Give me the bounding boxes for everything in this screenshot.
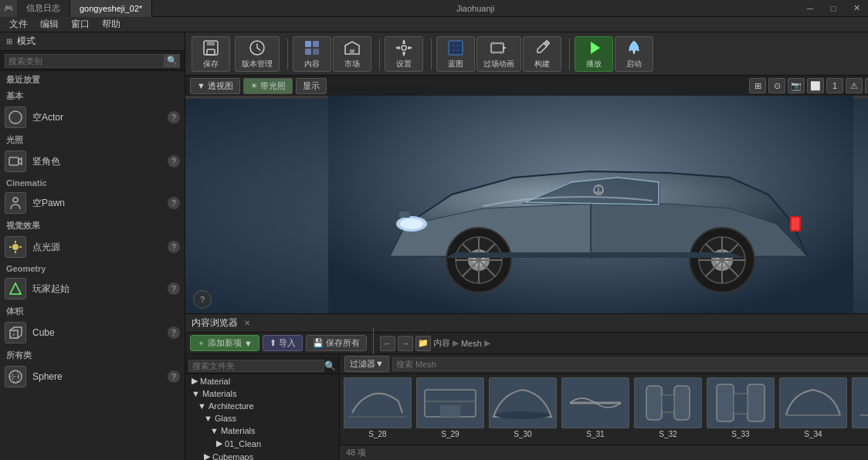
- panel-toggle-icon[interactable]: ⊞: [6, 37, 12, 46]
- asset-s31[interactable]: S_31: [561, 377, 630, 441]
- launch-button[interactable]: 启动: [615, 36, 653, 72]
- svg-point-36: [500, 51, 503, 54]
- actor-info-cube[interactable]: ?: [168, 326, 180, 339]
- vp-camera-btn[interactable]: 📷: [788, 78, 805, 93]
- section-basic: 基本: [0, 87, 185, 103]
- svg-point-72: [496, 411, 550, 419]
- asset-label-s28: S_28: [368, 430, 386, 438]
- actor-name-empty-pawn: 空Pawn: [32, 197, 168, 210]
- actor-item-empty-pawn[interactable]: 空Pawn ?: [0, 189, 185, 217]
- asset-label-s29: S_29: [441, 430, 459, 438]
- svg-point-3: [13, 198, 18, 202]
- viewport[interactable]: ▼ 透视图 ☀ 带光照 显示 ⊞ ⊙ 📷 ⬜ 1 ⚠: [185, 76, 868, 313]
- actor-name-point-light: 点光源: [32, 241, 168, 254]
- cb-folder-button[interactable]: 📁: [415, 336, 431, 351]
- asset-s30[interactable]: S_30: [488, 377, 558, 441]
- save-button[interactable]: 保存: [192, 36, 230, 72]
- vp-perspective-btn[interactable]: ▼ 透视图: [190, 78, 240, 94]
- cb-close-button[interactable]: ✕: [244, 319, 250, 327]
- cb-save-button[interactable]: 💾 保存所有: [306, 335, 367, 351]
- actor-item-point-light[interactable]: 点光源 ?: [0, 233, 185, 261]
- asset-s33[interactable]: S_33: [706, 377, 775, 441]
- cb-add-button[interactable]: ＋ 添加新项 ▼: [190, 335, 259, 351]
- breadcrumb-mesh[interactable]: Mesh: [461, 339, 482, 348]
- launch-icon: [625, 39, 643, 57]
- version-button[interactable]: 版本管理: [235, 36, 280, 72]
- marketplace-button[interactable]: 市场: [333, 36, 371, 72]
- menu-help[interactable]: 帮助: [96, 17, 127, 32]
- cb-back-button[interactable]: ←: [380, 336, 395, 351]
- asset-s34[interactable]: S_34: [778, 377, 848, 441]
- svg-rect-23: [305, 49, 311, 55]
- minimize-button[interactable]: ─: [798, 0, 822, 17]
- settings-button[interactable]: 设置: [385, 36, 423, 72]
- blueprint-button[interactable]: 蓝图: [436, 36, 475, 72]
- asset-s32[interactable]: S_32: [633, 377, 703, 441]
- cb-asset-search-input[interactable]: [392, 357, 868, 371]
- content-button[interactable]: 内容: [293, 36, 331, 72]
- actor-item-player-start[interactable]: 玩家起始 ?: [0, 275, 185, 303]
- cinematics-button[interactable]: 过场动画: [476, 36, 521, 72]
- cb-tree-search-input[interactable]: [188, 360, 324, 372]
- cb-forward-button[interactable]: →: [398, 336, 413, 351]
- tree-item-materials[interactable]: ▼ Materials: [185, 387, 339, 400]
- vp-snap-btn[interactable]: ⊙: [768, 78, 785, 93]
- breadcrumb-root[interactable]: 内容: [433, 337, 450, 349]
- actor-item-camera[interactable]: 竖角色 ?: [0, 147, 185, 175]
- build-button[interactable]: 构建: [523, 36, 561, 72]
- tree-item-architecture[interactable]: ▼ Architecture: [185, 400, 339, 412]
- maximize-button[interactable]: □: [822, 0, 845, 17]
- asset-label-s34: S_34: [804, 430, 822, 438]
- menu-file[interactable]: 文件: [3, 17, 34, 32]
- actor-item-empty-actor[interactable]: 空Actor ?: [0, 103, 185, 131]
- vp-grid-btn[interactable]: ⊞: [749, 78, 766, 93]
- actor-search-button[interactable]: 🔍: [164, 54, 180, 68]
- viewport-corner-button[interactable]: ?: [193, 290, 212, 309]
- actor-icon-sphere: [5, 366, 26, 387]
- vp-show-btn[interactable]: 显示: [296, 78, 327, 94]
- menu-edit[interactable]: 编辑: [34, 17, 65, 32]
- vp-lighting-btn[interactable]: ☀ 带光照: [243, 78, 293, 94]
- actor-info-empty-actor[interactable]: ?: [168, 111, 180, 123]
- close-button[interactable]: ✕: [845, 0, 868, 17]
- asset-thumb-s28: [344, 377, 412, 428]
- actor-info-player-start[interactable]: ?: [168, 282, 180, 295]
- svg-rect-70: [440, 405, 460, 417]
- actor-info-sphere[interactable]: ?: [168, 370, 180, 383]
- asset-label-s31: S_31: [586, 430, 604, 438]
- svg-point-35: [492, 51, 495, 54]
- actor-search-input[interactable]: [5, 54, 164, 68]
- tab-scene[interactable]: gongyesheji_02*: [70, 0, 152, 17]
- svg-rect-67: [417, 378, 483, 428]
- cb-import-button[interactable]: ⬆ 导入: [263, 335, 303, 351]
- toolbar-group-blueprint: 蓝图 过场动画 构建: [436, 36, 561, 72]
- menu-window[interactable]: 窗口: [65, 17, 96, 32]
- tab-info-log[interactable]: 信息日志: [17, 0, 70, 17]
- window-controls: ─ □ ✕: [798, 0, 868, 17]
- actor-info-point-light[interactable]: ?: [168, 241, 180, 253]
- asset-s29[interactable]: S_29: [415, 377, 485, 441]
- actor-item-sphere[interactable]: Sphere ?: [0, 363, 185, 391]
- tree-item-cubemaps[interactable]: ▶ Cubemaps: [185, 450, 339, 460]
- svg-point-26: [402, 46, 406, 50]
- vp-angle-input[interactable]: 5°: [865, 78, 868, 93]
- tree-item-01clean[interactable]: ▶ 01_Clean: [185, 437, 339, 450]
- tree-item-mat-sub[interactable]: ▼ Materials: [185, 424, 339, 437]
- toolbar-sep-3: [431, 39, 432, 69]
- play-button[interactable]: 播放: [575, 36, 613, 72]
- asset-thumb-s29: [416, 377, 484, 428]
- actor-info-empty-pawn[interactable]: ?: [168, 197, 180, 209]
- vp-view-btn[interactable]: 1: [826, 78, 843, 93]
- tree-item-material[interactable]: ▶ Material: [185, 374, 339, 387]
- cb-filter-button[interactable]: 过滤器▼: [344, 356, 389, 372]
- vp-mode-btn[interactable]: ⬜: [807, 78, 824, 93]
- toolbar-sep-1: [287, 39, 288, 69]
- actor-info-camera[interactable]: ?: [168, 155, 180, 167]
- vp-warn-btn[interactable]: ⚠: [846, 78, 863, 93]
- version-icon: [248, 39, 266, 57]
- asset-s28[interactable]: S_28: [343, 377, 412, 441]
- actor-item-cube[interactable]: Cube ?: [0, 319, 185, 347]
- asset-s35[interactable]: S_35: [851, 377, 868, 441]
- tree-item-glass[interactable]: ▼ Glass: [185, 412, 339, 424]
- center-area: 保存 版本管理 内容: [185, 32, 868, 460]
